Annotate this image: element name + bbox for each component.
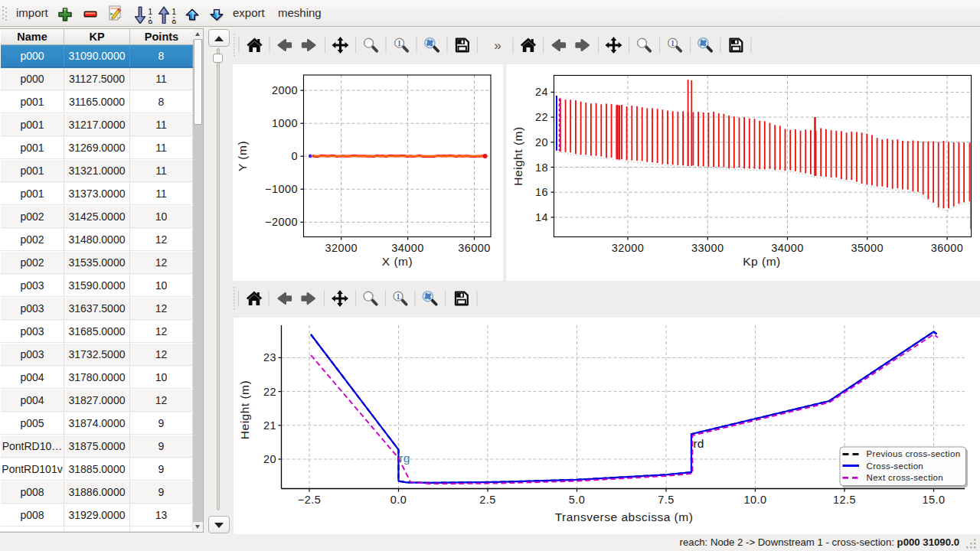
- svg-text:12.5: 12.5: [833, 494, 856, 506]
- svg-text:1: 1: [172, 7, 176, 16]
- svg-text:23: 23: [263, 351, 276, 364]
- svg-text:2.5: 2.5: [479, 494, 496, 506]
- svg-text:21: 21: [263, 419, 276, 432]
- svg-text:»: »: [494, 38, 501, 53]
- svg-text:Kp (m): Kp (m): [743, 255, 781, 268]
- svg-text:34000: 34000: [771, 242, 804, 254]
- svg-text:−2000: −2000: [265, 216, 298, 228]
- svg-text:Y (m): Y (m): [236, 141, 249, 171]
- svg-text:Previous cross-section: Previous cross-section: [867, 449, 961, 458]
- svg-text:15.0: 15.0: [922, 494, 945, 506]
- svg-text:18: 18: [535, 161, 548, 174]
- svg-text:20: 20: [535, 136, 548, 148]
- svg-text:0: 0: [291, 150, 298, 162]
- svg-text:Transverse abscissa (m): Transverse abscissa (m): [555, 510, 694, 523]
- svg-text:9: 9: [172, 18, 176, 24]
- svg-text:rg: rg: [400, 452, 410, 465]
- svg-text:2000: 2000: [272, 84, 298, 96]
- svg-text:24: 24: [535, 86, 548, 98]
- svg-text:X (m): X (m): [382, 255, 413, 268]
- svg-text:34000: 34000: [391, 242, 424, 254]
- svg-text:22: 22: [535, 111, 548, 123]
- svg-text:16: 16: [535, 186, 548, 198]
- svg-text:Height (m): Height (m): [511, 126, 524, 185]
- svg-text:36000: 36000: [931, 242, 964, 254]
- svg-text:7.5: 7.5: [658, 494, 675, 506]
- svg-text:10.0: 10.0: [743, 494, 766, 506]
- svg-text:−2.5: −2.5: [298, 494, 321, 506]
- svg-text:32000: 32000: [325, 242, 358, 254]
- svg-text:Cross-section: Cross-section: [867, 461, 924, 471]
- svg-text:−1000: −1000: [265, 183, 298, 195]
- svg-text:9: 9: [148, 18, 152, 24]
- svg-text:22: 22: [263, 386, 276, 398]
- svg-text:36000: 36000: [458, 242, 491, 254]
- svg-text:5.0: 5.0: [569, 494, 586, 506]
- svg-text:20: 20: [263, 453, 276, 465]
- svg-text:33000: 33000: [691, 242, 724, 254]
- svg-text:32000: 32000: [612, 242, 645, 254]
- svg-text:1000: 1000: [272, 117, 298, 129]
- svg-text:14: 14: [535, 211, 548, 223]
- svg-text:0.0: 0.0: [390, 494, 407, 506]
- svg-text:1: 1: [148, 7, 152, 16]
- svg-text:rd: rd: [694, 437, 704, 450]
- svg-text:35000: 35000: [851, 242, 884, 254]
- svg-text:Height (m): Height (m): [238, 380, 251, 439]
- svg-text:Next cross-section: Next cross-section: [867, 473, 944, 482]
